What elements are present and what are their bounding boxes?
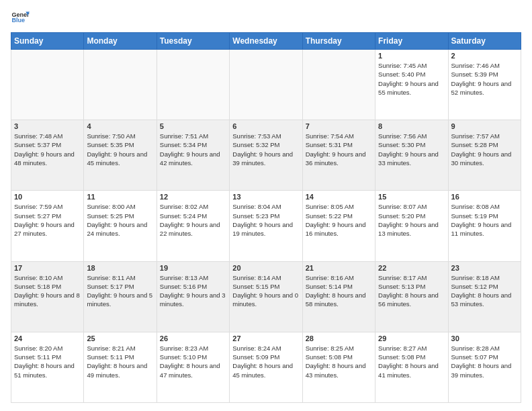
day-number: 27 <box>232 334 299 342</box>
day-number: 16 <box>451 193 518 201</box>
day-info: Sunrise: 8:23 AMSunset: 5:10 PMDaylight:… <box>160 344 226 379</box>
day-info: Sunrise: 8:21 AMSunset: 5:11 PMDaylight:… <box>87 344 153 379</box>
day-info: Sunrise: 8:16 AMSunset: 5:14 PMDaylight:… <box>306 273 372 309</box>
day-number: 24 <box>14 334 81 342</box>
day-info: Sunrise: 8:17 AMSunset: 5:13 PMDaylight:… <box>378 273 445 309</box>
day-number: 8 <box>378 122 445 130</box>
day-number: 15 <box>378 193 445 201</box>
calendar-cell: 2Sunrise: 7:46 AMSunset: 5:39 PMDaylight… <box>448 50 521 120</box>
calendar-cell <box>84 50 157 120</box>
calendar-cell: 29Sunrise: 8:27 AMSunset: 5:08 PMDayligh… <box>375 332 448 402</box>
day-number: 14 <box>306 193 372 201</box>
col-header-monday: Monday <box>84 33 157 50</box>
day-number: 17 <box>14 264 81 272</box>
day-info: Sunrise: 8:08 AMSunset: 5:19 PMDaylight:… <box>451 202 518 238</box>
day-number: 11 <box>87 193 153 201</box>
day-info: Sunrise: 8:04 AMSunset: 5:23 PMDaylight:… <box>232 202 299 238</box>
calendar-cell: 13Sunrise: 8:04 AMSunset: 5:23 PMDayligh… <box>230 191 302 261</box>
calendar-cell: 14Sunrise: 8:05 AMSunset: 5:22 PMDayligh… <box>302 191 375 261</box>
logo: General Blue <box>11 8 30 27</box>
col-header-saturday: Saturday <box>448 33 521 50</box>
calendar-cell: 21Sunrise: 8:16 AMSunset: 5:14 PMDayligh… <box>302 261 375 332</box>
calendar-header-row: SundayMondayTuesdayWednesdayThursdayFrid… <box>11 33 521 50</box>
day-number: 12 <box>160 193 226 201</box>
day-number: 30 <box>451 334 518 342</box>
day-number: 26 <box>160 334 226 342</box>
day-info: Sunrise: 7:53 AMSunset: 5:32 PMDaylight:… <box>232 132 299 167</box>
day-number: 5 <box>160 122 226 130</box>
week-row-1: 1Sunrise: 7:45 AMSunset: 5:40 PMDaylight… <box>11 50 521 120</box>
calendar-cell: 4Sunrise: 7:50 AMSunset: 5:35 PMDaylight… <box>84 120 157 191</box>
day-number: 23 <box>451 264 518 272</box>
col-header-tuesday: Tuesday <box>157 33 229 50</box>
col-header-friday: Friday <box>375 33 448 50</box>
page: General Blue SundayMondayTuesdayWednesda… <box>0 0 532 411</box>
day-number: 7 <box>306 122 372 130</box>
col-header-sunday: Sunday <box>11 33 84 50</box>
day-info: Sunrise: 8:02 AMSunset: 5:24 PMDaylight:… <box>160 202 226 238</box>
calendar-cell: 7Sunrise: 7:54 AMSunset: 5:31 PMDaylight… <box>302 120 375 191</box>
day-number: 13 <box>232 193 299 201</box>
day-number: 4 <box>87 122 153 130</box>
day-info: Sunrise: 8:25 AMSunset: 5:08 PMDaylight:… <box>306 344 372 379</box>
col-header-wednesday: Wednesday <box>230 33 302 50</box>
calendar-cell: 30Sunrise: 8:28 AMSunset: 5:07 PMDayligh… <box>448 332 521 402</box>
calendar-cell: 25Sunrise: 8:21 AMSunset: 5:11 PMDayligh… <box>84 332 157 402</box>
day-info: Sunrise: 8:00 AMSunset: 5:25 PMDaylight:… <box>87 202 153 238</box>
calendar-cell: 22Sunrise: 8:17 AMSunset: 5:13 PMDayligh… <box>375 261 448 332</box>
calendar-cell: 28Sunrise: 8:25 AMSunset: 5:08 PMDayligh… <box>302 332 375 402</box>
day-info: Sunrise: 7:46 AMSunset: 5:39 PMDaylight:… <box>451 61 518 97</box>
day-info: Sunrise: 8:05 AMSunset: 5:22 PMDaylight:… <box>306 202 372 238</box>
day-info: Sunrise: 7:59 AMSunset: 5:27 PMDaylight:… <box>14 202 81 238</box>
day-info: Sunrise: 7:51 AMSunset: 5:34 PMDaylight:… <box>160 132 226 167</box>
day-info: Sunrise: 7:54 AMSunset: 5:31 PMDaylight:… <box>306 132 372 167</box>
day-number: 21 <box>306 264 372 272</box>
calendar-cell: 20Sunrise: 8:14 AMSunset: 5:15 PMDayligh… <box>230 261 302 332</box>
day-info: Sunrise: 7:57 AMSunset: 5:28 PMDaylight:… <box>451 132 518 167</box>
calendar-cell: 11Sunrise: 8:00 AMSunset: 5:25 PMDayligh… <box>84 191 157 261</box>
calendar-cell: 6Sunrise: 7:53 AMSunset: 5:32 PMDaylight… <box>230 120 302 191</box>
day-info: Sunrise: 8:28 AMSunset: 5:07 PMDaylight:… <box>451 344 518 379</box>
calendar-cell: 26Sunrise: 8:23 AMSunset: 5:10 PMDayligh… <box>157 332 229 402</box>
calendar-cell: 17Sunrise: 8:10 AMSunset: 5:18 PMDayligh… <box>11 261 84 332</box>
calendar-cell: 15Sunrise: 8:07 AMSunset: 5:20 PMDayligh… <box>375 191 448 261</box>
day-info: Sunrise: 7:48 AMSunset: 5:37 PMDaylight:… <box>14 132 81 167</box>
calendar-cell: 16Sunrise: 8:08 AMSunset: 5:19 PMDayligh… <box>448 191 521 261</box>
day-info: Sunrise: 8:27 AMSunset: 5:08 PMDaylight:… <box>378 344 445 379</box>
calendar-cell: 18Sunrise: 8:11 AMSunset: 5:17 PMDayligh… <box>84 261 157 332</box>
logo-icon: General Blue <box>11 8 30 27</box>
calendar-cell: 10Sunrise: 7:59 AMSunset: 5:27 PMDayligh… <box>11 191 84 261</box>
calendar-cell: 27Sunrise: 8:24 AMSunset: 5:09 PMDayligh… <box>230 332 302 402</box>
day-info: Sunrise: 7:45 AMSunset: 5:40 PMDaylight:… <box>378 61 445 97</box>
day-number: 22 <box>378 264 445 272</box>
week-row-5: 24Sunrise: 8:20 AMSunset: 5:11 PMDayligh… <box>11 332 521 402</box>
day-info: Sunrise: 8:18 AMSunset: 5:12 PMDaylight:… <box>451 273 518 309</box>
calendar-cell: 24Sunrise: 8:20 AMSunset: 5:11 PMDayligh… <box>11 332 84 402</box>
calendar-cell <box>230 50 302 120</box>
header: General Blue <box>11 8 521 27</box>
day-info: Sunrise: 8:20 AMSunset: 5:11 PMDaylight:… <box>14 344 81 379</box>
calendar-cell: 23Sunrise: 8:18 AMSunset: 5:12 PMDayligh… <box>448 261 521 332</box>
day-number: 29 <box>378 334 445 342</box>
calendar-cell <box>302 50 375 120</box>
week-row-3: 10Sunrise: 7:59 AMSunset: 5:27 PMDayligh… <box>11 191 521 261</box>
week-row-4: 17Sunrise: 8:10 AMSunset: 5:18 PMDayligh… <box>11 261 521 332</box>
calendar-cell <box>157 50 229 120</box>
calendar-cell: 1Sunrise: 7:45 AMSunset: 5:40 PMDaylight… <box>375 50 448 120</box>
calendar-cell: 12Sunrise: 8:02 AMSunset: 5:24 PMDayligh… <box>157 191 229 261</box>
day-number: 3 <box>14 122 81 130</box>
col-header-thursday: Thursday <box>302 33 375 50</box>
calendar-cell: 9Sunrise: 7:57 AMSunset: 5:28 PMDaylight… <box>448 120 521 191</box>
day-info: Sunrise: 8:14 AMSunset: 5:15 PMDaylight:… <box>232 273 299 309</box>
calendar-cell: 3Sunrise: 7:48 AMSunset: 5:37 PMDaylight… <box>11 120 84 191</box>
day-info: Sunrise: 7:50 AMSunset: 5:35 PMDaylight:… <box>87 132 153 167</box>
day-info: Sunrise: 8:07 AMSunset: 5:20 PMDaylight:… <box>378 202 445 238</box>
day-info: Sunrise: 8:13 AMSunset: 5:16 PMDaylight:… <box>160 273 226 309</box>
day-info: Sunrise: 8:11 AMSunset: 5:17 PMDaylight:… <box>87 273 153 309</box>
calendar-cell: 5Sunrise: 7:51 AMSunset: 5:34 PMDaylight… <box>157 120 229 191</box>
svg-text:Blue: Blue <box>11 17 25 24</box>
day-number: 25 <box>87 334 153 342</box>
calendar-cell <box>11 50 84 120</box>
calendar-cell: 8Sunrise: 7:56 AMSunset: 5:30 PMDaylight… <box>375 120 448 191</box>
calendar-cell: 19Sunrise: 8:13 AMSunset: 5:16 PMDayligh… <box>157 261 229 332</box>
